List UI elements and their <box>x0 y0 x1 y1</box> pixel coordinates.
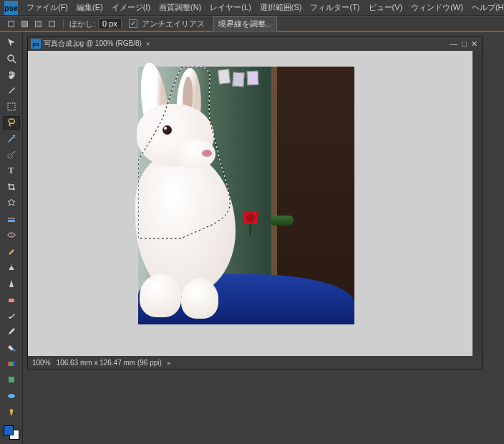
svg-point-10 <box>13 349 15 352</box>
close-button[interactable]: ✕ <box>471 39 478 49</box>
refine-edge-button[interactable]: 境界線を調整... <box>213 16 277 32</box>
document-icon: ps <box>31 39 41 49</box>
selection-new-icon[interactable] <box>6 19 16 29</box>
menu-image[interactable]: イメージ(I) <box>107 2 155 13</box>
selection-sub-icon[interactable] <box>33 19 43 29</box>
main-area: T ps 写真合成.j <box>0 32 504 444</box>
workspace: ps 写真合成.jpg @ 100% (RGB/8) × — □ ✕ <box>23 32 504 444</box>
menu-window[interactable]: ウィンドウ(W) <box>407 2 467 13</box>
clone-stamp-tool[interactable] <box>3 261 20 274</box>
feather-label: ぼかし: <box>69 19 95 29</box>
tools-panel: T <box>0 32 23 444</box>
brush-tool[interactable] <box>3 309 20 322</box>
lasso-tool[interactable] <box>3 116 20 129</box>
svg-line-1 <box>13 60 16 63</box>
gradient-tool[interactable] <box>3 357 20 370</box>
eraser-tool[interactable] <box>3 293 20 306</box>
menu-bar: pse ファイル(F) 編集(E) イメージ(I) 画質調整(N) レイヤー(L… <box>0 0 504 16</box>
svg-rect-11 <box>8 362 15 366</box>
selection-add-icon[interactable] <box>19 19 29 29</box>
pencil-tool[interactable] <box>3 325 20 338</box>
svg-point-6 <box>8 233 15 237</box>
zoom-level[interactable]: 100% <box>32 359 51 367</box>
antialias-label: アンチエイリアス <box>142 19 205 29</box>
document-dimensions: 106.63 mm x 126.47 mm (96 ppi) <box>57 359 162 367</box>
bucket-tool[interactable] <box>3 341 20 354</box>
svg-rect-4 <box>8 220 15 222</box>
menu-edit[interactable]: 編集(E) <box>72 2 107 13</box>
svg-point-0 <box>8 55 14 61</box>
document-title: 写真合成.jpg @ 100% (RGB/8) <box>44 39 142 49</box>
status-bar: 100% 106.63 mm x 126.47 mm (96 ppi) ▸ <box>28 356 482 369</box>
menu-layer[interactable]: レイヤー(L) <box>205 2 255 13</box>
type-tool[interactable]: T <box>3 164 20 177</box>
app-root: { "logo": "pse", "menu": { "file": "ファイル… <box>0 0 504 444</box>
menu-view[interactable]: ビュー(V) <box>364 2 407 13</box>
sharpen-tool[interactable] <box>3 276 20 289</box>
svg-rect-2 <box>8 103 15 110</box>
crop-tool[interactable] <box>3 180 20 193</box>
maximize-button[interactable]: □ <box>462 39 467 49</box>
cookie-cutter-tool[interactable] <box>3 196 20 209</box>
options-bar: ぼかし: 0 px ✓ アンチエイリアス 境界線を調整... <box>0 16 504 32</box>
image-content <box>138 67 354 324</box>
feather-input[interactable]: 0 px <box>98 18 122 29</box>
quick-select-tool[interactable] <box>3 148 20 161</box>
redeye-tool[interactable] <box>3 228 20 241</box>
color-swatch[interactable] <box>4 425 19 440</box>
svg-point-13 <box>8 394 15 398</box>
document-tab-bar: ps 写真合成.jpg @ 100% (RGB/8) × — □ ✕ <box>28 37 482 51</box>
canvas[interactable] <box>28 51 482 356</box>
separator <box>63 19 64 29</box>
svg-rect-12 <box>9 377 14 382</box>
app-logo: pse <box>4 1 18 15</box>
straighten-tool[interactable] <box>3 213 20 226</box>
svg-rect-8 <box>11 264 12 266</box>
status-menu-icon[interactable]: ▸ <box>168 359 171 367</box>
antialias-checkbox[interactable]: ✓ <box>129 19 137 28</box>
tab-close-button[interactable]: × <box>146 40 150 48</box>
shape-tool[interactable] <box>3 373 20 386</box>
minimize-button[interactable]: — <box>450 39 457 49</box>
sponge-tool[interactable] <box>3 389 20 402</box>
selection-int-icon[interactable] <box>47 19 57 29</box>
smudge-tool[interactable] <box>3 405 20 418</box>
magic-wand-tool[interactable] <box>3 132 20 145</box>
menu-help[interactable]: ヘルプ(H) <box>467 2 504 13</box>
menu-filter[interactable]: フィルター(T) <box>306 2 364 13</box>
menu-file[interactable]: ファイル(F) <box>22 2 72 13</box>
healing-brush-tool[interactable] <box>3 244 20 257</box>
marquee-tool[interactable] <box>3 100 20 113</box>
svg-rect-9 <box>9 299 14 302</box>
document-window: ps 写真合成.jpg @ 100% (RGB/8) × — □ ✕ <box>27 36 483 370</box>
svg-point-3 <box>8 154 12 158</box>
menu-select[interactable]: 選択範囲(S) <box>256 2 306 13</box>
hand-tool[interactable] <box>3 68 20 81</box>
move-tool[interactable] <box>3 36 20 49</box>
svg-point-7 <box>10 234 12 236</box>
zoom-tool[interactable] <box>3 52 20 64</box>
menu-adjust[interactable]: 画質調整(N) <box>155 2 205 13</box>
vertical-scrollbar[interactable] <box>472 51 482 356</box>
foreground-color[interactable] <box>4 425 14 435</box>
eyedropper-tool[interactable] <box>3 84 20 97</box>
